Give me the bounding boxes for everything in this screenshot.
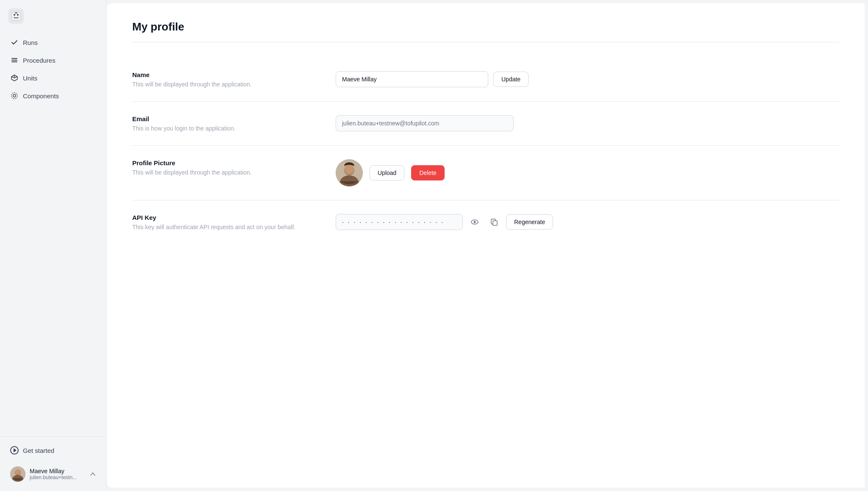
api-key-control: Regenerate — [336, 214, 839, 230]
user-card[interactable]: Maeve Millay julien.buteau+testn... — [5, 462, 101, 486]
api-key-info: API Key This key will authenticate API r… — [132, 214, 336, 230]
email-section-info: Email This is how you login to the appli… — [132, 115, 336, 132]
name-input[interactable] — [336, 71, 488, 87]
sidebar-item-units[interactable]: Units — [5, 69, 101, 86]
name-control: Update — [336, 71, 839, 87]
sidebar: Runs Procedures — [0, 0, 107, 491]
api-key-input[interactable] — [336, 214, 463, 230]
svg-point-10 — [13, 94, 16, 97]
get-started-label: Get started — [23, 447, 54, 454]
components-icon — [10, 92, 19, 100]
name-section: Name This will be displayed through the … — [132, 58, 839, 102]
name-desc: This will be displayed through the appli… — [132, 81, 336, 88]
api-key-desc: This key will authenticate API requests … — [132, 224, 336, 230]
sidebar-item-runs[interactable]: Runs — [5, 34, 101, 51]
show-api-key-button[interactable] — [467, 214, 482, 230]
svg-rect-22 — [493, 221, 497, 225]
sidebar-item-components[interactable]: Components — [5, 87, 101, 104]
sidebar-bottom: Get started Maeve Millay julien.buteau+t… — [0, 436, 106, 491]
check-icon — [10, 38, 19, 47]
email-section: Email This is how you login to the appli… — [132, 102, 839, 146]
svg-rect-3 — [15, 12, 17, 14]
email-desc: This is how you login to the application… — [132, 125, 336, 132]
sidebar-item-units-label: Units — [23, 75, 37, 82]
list-icon — [10, 56, 19, 64]
svg-point-15 — [15, 469, 20, 474]
main-content: My profile Name This will be displayed t… — [107, 3, 865, 488]
page-title: My profile — [132, 20, 839, 33]
play-icon — [10, 446, 19, 455]
avatar — [10, 466, 25, 482]
svg-point-11 — [11, 93, 17, 99]
regenerate-button[interactable]: Regenerate — [506, 214, 553, 230]
play-triangle — [14, 448, 17, 452]
sidebar-nav: Runs Procedures — [0, 31, 106, 436]
profile-picture-info: Profile Picture This will be displayed t… — [132, 159, 336, 176]
svg-point-2 — [17, 14, 19, 16]
sidebar-item-procedures[interactable]: Procedures — [5, 52, 101, 69]
copy-api-key-button[interactable] — [487, 214, 502, 230]
chevron-up-icon — [89, 471, 96, 477]
email-label: Email — [132, 115, 336, 122]
user-name: Maeve Millay — [30, 468, 85, 474]
copy-icon — [490, 218, 498, 226]
sidebar-item-procedures-label: Procedures — [23, 57, 56, 64]
sidebar-logo — [0, 0, 106, 31]
get-started-item[interactable]: Get started — [5, 442, 101, 459]
profile-picture-label: Profile Picture — [132, 159, 336, 166]
api-key-label: API Key — [132, 214, 336, 221]
api-key-section: API Key This key will authenticate API r… — [132, 200, 839, 244]
email-control — [336, 115, 839, 131]
profile-picture-desc: This will be displayed through the appli… — [132, 169, 336, 176]
delete-picture-button[interactable]: Delete — [411, 165, 444, 180]
email-input[interactable] — [336, 115, 514, 131]
name-label: Name — [132, 71, 336, 78]
upload-button[interactable]: Upload — [370, 165, 404, 180]
profile-picture-control: Upload Delete — [336, 159, 839, 186]
name-section-info: Name This will be displayed through the … — [132, 71, 336, 88]
sidebar-item-runs-label: Runs — [23, 39, 38, 46]
update-name-button[interactable]: Update — [493, 72, 529, 87]
sidebar-item-components-label: Components — [23, 92, 59, 100]
svg-point-19 — [345, 165, 354, 174]
svg-point-21 — [474, 221, 476, 223]
eye-icon — [470, 218, 479, 226]
cube-icon — [10, 74, 19, 82]
svg-point-1 — [14, 14, 15, 16]
app-logo[interactable] — [8, 8, 24, 24]
user-info: Maeve Millay julien.buteau+testn... — [30, 468, 85, 480]
svg-line-9 — [14, 77, 17, 78]
title-divider — [132, 42, 839, 42]
profile-picture-preview — [336, 159, 363, 186]
user-email: julien.buteau+testn... — [30, 474, 85, 480]
profile-picture-section: Profile Picture This will be displayed t… — [132, 146, 839, 200]
svg-line-8 — [11, 77, 14, 78]
